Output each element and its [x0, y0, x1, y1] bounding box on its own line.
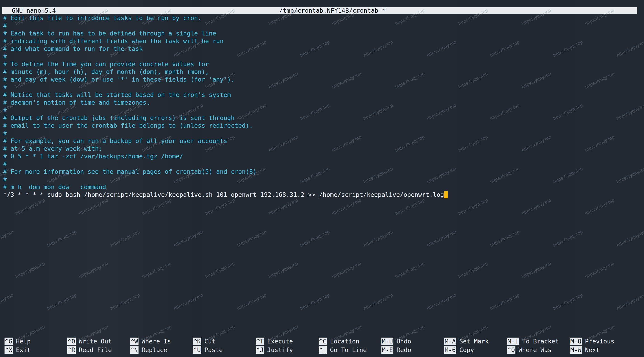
watermark-text: https://yqqy.top — [46, 292, 78, 311]
watermark-text: https://yqqy.top — [300, 356, 330, 357]
shortcut-next: M-WNext — [570, 346, 633, 354]
shortcut-column-5: ^TExecute^JJustify — [256, 338, 318, 354]
watermark-text: https://yqqy.top — [0, 292, 14, 311]
editor-line-text: # Output of the crontab jobs (including … — [3, 114, 234, 121]
editor-line-text: # — [3, 130, 7, 137]
shortcut-cut: ^KCut — [193, 338, 256, 345]
watermark-text: https://yqqy.top — [300, 229, 330, 248]
shortcut-to-bracket: M-]To Bracket — [507, 338, 570, 345]
watermark-text: https://yqqy.top — [616, 229, 644, 248]
watermark-text: https://yqqy.top — [521, 261, 552, 280]
shortcut-where-is: ^WWhere Is — [130, 338, 193, 345]
watermark-text: https://yqqy.top — [584, 261, 615, 280]
editor-line-23: # m h dom mon dow command — [3, 183, 644, 191]
shortcut-replace: ^\Replace — [130, 346, 193, 354]
shortcut-key: ^G — [4, 338, 13, 345]
watermark-text: https://yqqy.top — [46, 229, 78, 248]
shortcut-justify: ^JJustify — [256, 346, 318, 354]
shortcut-label: Undo — [396, 338, 411, 345]
watermark-text: https://yqqy.top — [268, 198, 299, 216]
editor-line-4: # indicating with different fields when … — [3, 37, 644, 45]
editor-area[interactable]: # Edit this file to introduce tasks to b… — [3, 14, 644, 198]
shortcut-help: ^GHelp — [4, 338, 67, 345]
editor-line-text: # — [3, 160, 7, 168]
shortcut-label: Where Was — [518, 346, 552, 354]
editor-line-text: # indicating with different fields when … — [3, 38, 224, 44]
nano-version-label: GNU nano 5.4 — [12, 7, 56, 14]
shortcut-label: Next — [585, 346, 600, 354]
editor-line-14: # Output of the crontab jobs (including … — [3, 114, 644, 122]
watermark-text: https://yqqy.top — [268, 261, 299, 280]
shortcut-column-4: ^KCut^UPaste — [193, 338, 256, 354]
editor-line-text: # To define the time you can provide con… — [3, 60, 209, 68]
text-cursor — [444, 191, 448, 198]
shortcut-key: ^R — [67, 346, 76, 354]
watermark-text: https://yqqy.top — [141, 261, 172, 280]
shortcut-key: M-A — [444, 338, 456, 345]
shortcut-key: M-W — [570, 346, 582, 354]
editor-line-text: # daemon's notion of time and timezones. — [3, 99, 150, 106]
watermark-text: https://yqqy.top — [426, 229, 457, 248]
watermark-text: https://yqqy.top — [394, 198, 426, 216]
editor-line-3: # Each task to run has to be defined thr… — [3, 30, 644, 37]
editor-line-text: # For more information see the manual pa… — [3, 168, 257, 175]
shortcut-column-3: ^WWhere Is^\Replace — [130, 338, 193, 354]
editor-line-17: # For example, you can run a backup of a… — [3, 137, 644, 145]
editor-line-text: */3 * * * * sudo bash /home/script/keepa… — [3, 191, 444, 198]
shortcut-column-1: ^GHelp^XExit — [4, 338, 67, 354]
editor-line-24: */3 * * * * sudo bash /home/script/keepa… — [3, 191, 644, 198]
watermark-text: https://yqqy.top — [300, 292, 330, 311]
shortcut-key: M-] — [507, 338, 519, 345]
watermark-text: https://yqqy.top — [78, 261, 109, 280]
shortcut-label: Paste — [204, 346, 223, 354]
shortcut-label: Where Is — [142, 338, 171, 345]
editor-line-1: # Edit this file to introduce tasks to b… — [3, 14, 644, 22]
editor-line-text: # Each task to run has to be defined thr… — [3, 30, 216, 37]
editor-line-text: # m h dom mon dow command — [3, 184, 106, 190]
shortcut-set-mark: M-ASet Mark — [444, 338, 507, 345]
editor-line-text: # — [3, 84, 7, 90]
shortcut-label: Read File — [79, 346, 112, 354]
watermark-text: https://yqqy.top — [458, 261, 489, 280]
shortcut-bar: ^GHelp^XExit^OWrite Out^RRead File^WWher… — [4, 338, 644, 354]
editor-line-text: # — [3, 107, 7, 114]
watermark-text: https://yqqy.top — [236, 292, 267, 311]
shortcut-label: Set Mark — [460, 338, 489, 345]
watermark-text: https://yqqy.top — [46, 356, 78, 357]
watermark-text: https://yqqy.top — [331, 198, 362, 216]
watermark-text: https://yqqy.top — [616, 292, 644, 311]
editor-line-10: # — [3, 84, 644, 91]
watermark-text: https://yqqy.top — [204, 198, 236, 216]
watermark-text: https://yqqy.top — [15, 198, 46, 216]
shortcut-column-9: M-]To Bracket^QWhere Was — [507, 338, 570, 354]
shortcut-column-7: M-UUndoM-ERedo — [382, 338, 444, 354]
watermark-text: https://yqqy.top — [173, 229, 204, 248]
editor-line-16: # — [3, 130, 644, 137]
editor-line-text: # and day of week (dow) or use '*' in th… — [3, 76, 234, 83]
shortcut-column-6: ^CLocation^_Go To Line — [318, 338, 382, 354]
editor-line-text: # email to the user the crontab file bel… — [3, 122, 253, 129]
shortcut-label: Replace — [142, 346, 168, 354]
shortcut-key: ^W — [130, 338, 138, 345]
watermark-text: https://yqqy.top — [236, 356, 267, 357]
watermark-text: https://yqqy.top — [363, 292, 394, 311]
file-title: /tmp/crontab.NFY14B/crontab * — [279, 7, 386, 14]
watermark-text: https://yqqy.top — [173, 292, 204, 311]
editor-line-19: # 0 5 * * 1 tar -zcf /var/backups/home.t… — [3, 152, 644, 160]
shortcut-location: ^CLocation — [318, 338, 382, 345]
shortcut-key: M-E — [382, 346, 394, 354]
editor-line-2: # — [3, 22, 644, 30]
shortcut-key: M-Q — [570, 338, 582, 345]
shortcut-column-10: M-QPreviousM-WNext — [570, 338, 633, 354]
editor-line-22: # — [3, 176, 644, 183]
shortcut-exit: ^XExit — [4, 346, 67, 354]
shortcut-key: ^T — [256, 338, 264, 345]
editor-line-18: # at 5 a.m every week with: — [3, 145, 644, 152]
shortcut-read-file: ^RRead File — [67, 346, 130, 354]
shortcut-execute: ^TExecute — [256, 338, 318, 345]
watermark-text: https://yqqy.top — [363, 356, 394, 357]
editor-line-text: # 0 5 * * 1 tar -zcf /var/backups/home.t… — [3, 153, 183, 160]
editor-line-20: # — [3, 160, 644, 168]
watermark-text: https://yqqy.top — [110, 292, 141, 311]
shortcut-paste: ^UPaste — [193, 346, 256, 354]
